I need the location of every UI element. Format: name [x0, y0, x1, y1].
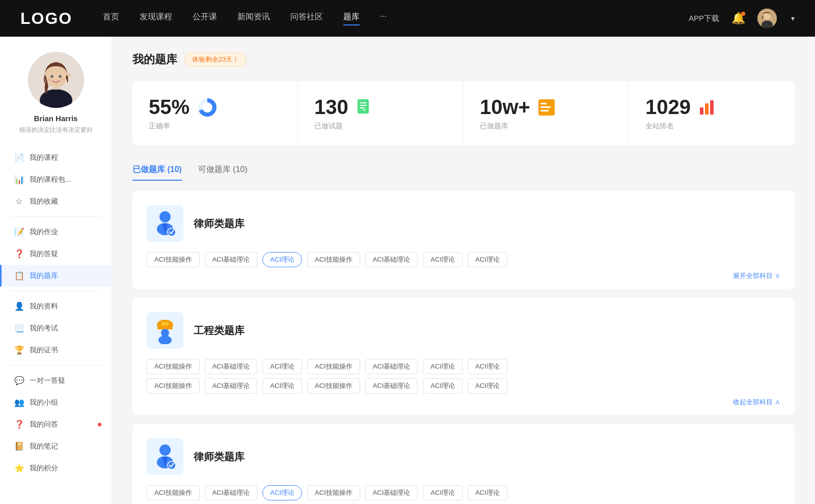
avatar[interactable] [757, 9, 777, 28]
course-package-icon: 📊 [14, 175, 23, 184]
tag-2-8[interactable]: ACI技能操作 [147, 378, 200, 394]
qa-notification-dot [98, 423, 101, 426]
sidebar-item-bank[interactable]: 📋 我的题库 [0, 265, 112, 287]
tag-2-1[interactable]: ACI技能操作 [147, 359, 200, 374]
stat-top-done-questions: 130 [314, 96, 447, 119]
tag-2-11[interactable]: ACI技能操作 [307, 378, 360, 394]
page-title: 我的题库 [132, 52, 177, 67]
favorites-icon: ☆ [14, 197, 23, 206]
stat-top-accuracy: 55% [149, 96, 281, 119]
svg-rect-24 [710, 100, 714, 115]
nav-discover[interactable]: 发现课程 [140, 12, 172, 25]
sidebar-item-cert[interactable]: 🏆 我的证书 [0, 339, 112, 361]
tag-2-5[interactable]: ACI基础理论 [365, 359, 418, 374]
tag-3-3[interactable]: ACI理论 [262, 485, 302, 500]
sidebar-item-exam[interactable]: 📃 我的考试 [0, 317, 112, 339]
stat-done-questions: 130 已做试题 [298, 81, 464, 145]
banks-list-icon [537, 98, 556, 117]
tag-3-7[interactable]: ACI理论 [468, 485, 507, 500]
sidebar-item-favorites[interactable]: ☆ 我的收藏 [0, 190, 112, 212]
nav-news[interactable]: 新闻资讯 [237, 12, 270, 25]
sidebar-item-points[interactable]: ⭐ 我的积分 [0, 457, 112, 479]
qbank-title-2: 工程类题库 [194, 324, 244, 338]
tag-2-9[interactable]: ACI基础理论 [205, 378, 258, 394]
lawyer-icon [152, 210, 178, 237]
sidebar-divider-3 [10, 365, 101, 366]
qbank-header-1: 律师类题库 [147, 205, 780, 242]
app-download-link[interactable]: APP下载 [689, 14, 719, 23]
questions-doc-icon [356, 98, 374, 117]
ranking-bar-icon [698, 98, 716, 117]
tag-3-4[interactable]: ACI技能操作 [307, 485, 360, 500]
tag-2-13[interactable]: ACI理论 [423, 378, 463, 394]
tab-available-banks[interactable]: 可做题库 (10) [198, 159, 248, 180]
tag-2-7[interactable]: ACI理论 [468, 359, 507, 374]
tab-done-banks[interactable]: 已做题库 (10) [132, 159, 182, 180]
expand-link-1[interactable]: 展开全部科目 ∨ [147, 271, 780, 281]
tag-1-2[interactable]: ACI基础理论 [205, 252, 258, 267]
svg-rect-17 [363, 109, 366, 110]
stats-row: 55% 正确率 130 [132, 81, 795, 145]
tag-3-5[interactable]: ACI基础理论 [365, 485, 418, 500]
tag-3-2[interactable]: ACI基础理论 [205, 485, 258, 500]
svg-rect-19 [540, 103, 547, 104]
logo[interactable]: LOGO [20, 9, 72, 28]
tag-3-6[interactable]: ACI理论 [423, 485, 463, 500]
tag-1-4[interactable]: ACI技能操作 [307, 252, 360, 267]
tabs: 已做题库 (10) 可做题库 (10) [132, 159, 795, 181]
tag-2-12[interactable]: ACI基础理论 [365, 378, 418, 394]
nav-home[interactable]: 首页 [103, 12, 119, 25]
sidebar-item-course[interactable]: 📄 我的课程 [0, 147, 112, 169]
stat-label-ranking: 全站排名 [645, 122, 778, 131]
svg-point-25 [159, 211, 171, 222]
tag-3-1[interactable]: ACI技能操作 [147, 485, 200, 500]
sidebar-item-one-one[interactable]: 💬 一对一答疑 [0, 370, 112, 391]
sidebar-item-homework[interactable]: 📝 我的作业 [0, 221, 112, 243]
tag-2-3[interactable]: ACI理论 [262, 359, 302, 374]
sidebar-menu: 📄 我的课程 📊 我的课程包... ☆ 我的收藏 📝 我的作业 ❓ 我的答疑 � [0, 147, 112, 479]
tag-2-14[interactable]: ACI理论 [468, 378, 507, 394]
stat-accuracy: 55% 正确率 [132, 81, 298, 145]
nav-links: 首页 发现课程 公开课 新闻资讯 问答社区 题库 ··· [103, 12, 689, 25]
stat-label-done-questions: 已做试题 [314, 122, 447, 131]
sidebar-item-qa-mine[interactable]: ❓ 我的答疑 [0, 243, 112, 265]
tag-1-5[interactable]: ACI基础理论 [365, 252, 418, 267]
tag-2-6[interactable]: ACI理论 [423, 359, 463, 374]
qbank-card-lawyer-1: 律师类题库 ACI技能操作 ACI基础理论 ACI理论 ACI技能操作 ACI基… [132, 191, 795, 289]
sidebar-item-notes[interactable]: 📔 我的笔记 [0, 435, 112, 457]
svg-point-6 [45, 65, 67, 88]
tag-1-1[interactable]: ACI技能操作 [147, 252, 200, 267]
tag-1-6[interactable]: ACI理论 [423, 252, 463, 267]
svg-rect-21 [540, 110, 549, 111]
stat-number-accuracy: 55% [149, 96, 189, 119]
tag-1-3[interactable]: ACI理论 [262, 252, 302, 267]
sidebar-item-course-package[interactable]: 📊 我的课程包... [0, 169, 112, 190]
qbank-title-1: 律师类题库 [194, 217, 244, 231]
svg-rect-30 [161, 322, 169, 326]
lawyer-icon-2 [152, 443, 178, 470]
sidebar-profile: Brian Harris 错误的决定比没有决定要好 [0, 52, 112, 147]
collapse-link-2[interactable]: 收起全部科目 ∧ [147, 398, 780, 407]
nav-chevron-icon[interactable]: ▾ [791, 14, 795, 22]
tag-2-10[interactable]: ACI理论 [262, 378, 302, 394]
nav-bank[interactable]: 题库 [343, 12, 360, 25]
tag-2-4[interactable]: ACI技能操作 [307, 359, 360, 374]
svg-rect-23 [705, 103, 709, 115]
nav-more[interactable]: ··· [380, 12, 387, 25]
sidebar-divider-1 [10, 216, 101, 217]
sidebar-item-profile[interactable]: 👤 我的资料 [0, 295, 112, 317]
main-content: 我的题库 体验剩余23天！ 55% 正确率 [112, 37, 815, 504]
svg-rect-16 [360, 107, 365, 108]
tag-1-7[interactable]: ACI理论 [468, 252, 507, 267]
nav-open-course[interactable]: 公开课 [193, 12, 217, 25]
nav-qa[interactable]: 问答社区 [290, 12, 323, 25]
tag-2-2[interactable]: ACI基础理论 [205, 359, 258, 374]
sidebar-item-my-qa[interactable]: ❓ 我的问答 [0, 413, 112, 435]
sidebar-item-group[interactable]: 👥 我的小组 [0, 391, 112, 413]
qbank-card-lawyer-2: 律师类题库 ACI技能操作 ACI基础理论 ACI理论 ACI技能操作 ACI基… [132, 424, 795, 504]
svg-rect-22 [700, 107, 703, 115]
qbank-icon-engineer [147, 312, 183, 349]
stat-top-ranking: 1029 [645, 96, 778, 119]
notification-bell[interactable]: 🔔 [731, 12, 745, 25]
svg-point-8 [59, 75, 61, 78]
